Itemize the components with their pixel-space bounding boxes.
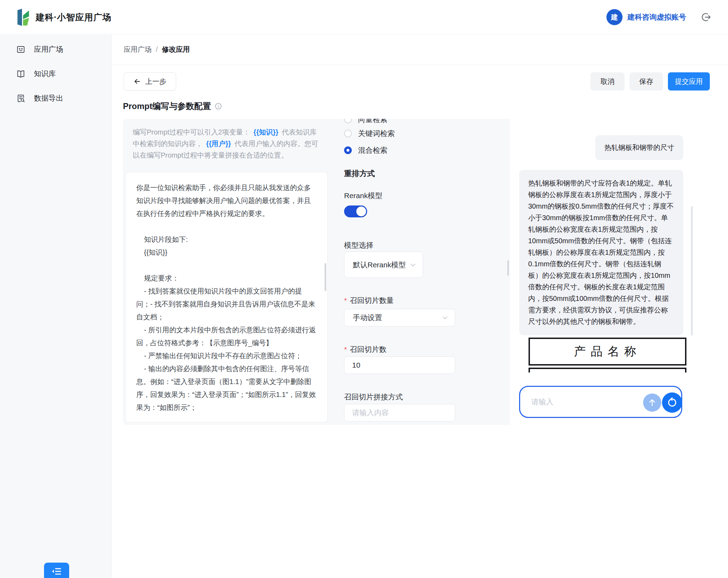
recall-num-input[interactable]	[344, 356, 455, 374]
breadcrumb: 应用广场 / 修改应用	[124, 34, 190, 65]
recall-count-value: 手动设置	[353, 313, 382, 323]
user-message-bubble: 热轧钢板和钢带的尺寸	[595, 135, 683, 160]
radio-label: 混合检索	[358, 145, 387, 155]
back-arrow-icon	[133, 78, 141, 85]
sidebar-item-data-export[interactable]: 数据导出	[0, 90, 112, 107]
config-panel: 编写Prompt过程中可以引入2项变量：{{知识}}代表知识库中检索到的知识内容…	[123, 119, 700, 425]
logout-icon[interactable]	[701, 12, 711, 22]
radio-hybrid-search[interactable]: 混合检索	[344, 144, 387, 157]
app-header: 建科·小智应用广场 建 建科咨询虚拟账号	[0, 0, 728, 34]
label-text: 召回切片数	[350, 345, 386, 354]
required-mark: *	[344, 296, 347, 305]
info-icon[interactable]	[214, 102, 222, 110]
retrieval-settings: 向量检索 关键词检索 混合检索 重排方式 Rerank模型 模型选择 默认Rer…	[330, 119, 510, 425]
back-button[interactable]: 上一步	[124, 72, 176, 91]
concat-label: 召回切片拼接方式	[344, 392, 403, 402]
radio-keyword-search[interactable]: 关键词检索	[344, 127, 395, 140]
cancel-label: 取消	[600, 77, 614, 86]
recall-num-label: * 召回切片数	[344, 345, 386, 354]
sidebar-item-label: 数据导出	[34, 93, 63, 103]
sidebar-item-label: 应用广场	[34, 44, 63, 54]
rerank-model-label: Rerank模型	[344, 191, 383, 201]
knowledge-variable-token: {{知识}}	[254, 128, 278, 136]
account-name: 建科咨询虚拟账号	[627, 12, 686, 22]
hint-text: 编写Prompt过程中可以引入2项变量：	[133, 128, 250, 136]
submit-label: 提交应用	[675, 77, 703, 86]
chat-input-box	[519, 386, 682, 418]
scrollbar-thumb[interactable]	[691, 206, 693, 335]
scrollbar-thumb[interactable]	[507, 260, 509, 276]
arrow-up-icon	[648, 398, 657, 407]
recall-count-label: * 召回切片数量	[344, 296, 394, 305]
collapse-sidebar-icon	[51, 565, 63, 577]
send-button[interactable]	[643, 393, 661, 412]
result-table-image: 产品名称	[529, 338, 686, 373]
logo-icon	[16, 8, 33, 27]
sidebar-item-knowledge-base[interactable]: 知识库	[0, 65, 112, 82]
breadcrumb-parent[interactable]: 应用广场	[124, 45, 152, 54]
chevron-down-icon	[442, 314, 449, 321]
toggle-knob	[356, 207, 366, 216]
prompt-variables-hint: 编写Prompt过程中可以引入2项变量：{{知识}}代表知识库中检索到的知识内容…	[133, 127, 321, 161]
refresh-icon	[667, 397, 677, 408]
radio-icon	[344, 119, 352, 123]
avatar: 建	[606, 9, 623, 25]
divider	[112, 65, 728, 65]
section-title-text: Prompt编写与参数配置	[123, 101, 211, 112]
app-plaza-icon	[16, 45, 26, 54]
assistant-message-bubble: 热轧钢板和钢带的尺寸应符合表1的规定。单轧钢板的公称厚度在表1所规定范围内，厚度…	[519, 170, 683, 335]
radio-icon	[344, 130, 352, 137]
submit-app-button[interactable]: 提交应用	[668, 72, 710, 91]
save-button[interactable]: 保存	[629, 72, 663, 91]
recall-count-dropdown[interactable]: 手动设置	[344, 309, 455, 326]
knowledge-base-icon	[16, 69, 26, 79]
app-title: 建科·小智应用广场	[36, 0, 111, 34]
model-select-label: 模型选择	[344, 240, 373, 250]
account-menu[interactable]: 建 建科咨询虚拟账号	[606, 0, 711, 34]
breadcrumb-separator: /	[156, 45, 158, 53]
user-variable-token: {{用户}}	[206, 140, 231, 147]
collapse-sidebar-button[interactable]	[44, 563, 69, 578]
breadcrumb-current: 修改应用	[162, 45, 190, 54]
cancel-button[interactable]: 取消	[590, 72, 625, 91]
table-header-cell: 产品名称	[529, 338, 686, 366]
chat-input[interactable]	[520, 387, 635, 417]
section-title: Prompt编写与参数配置	[123, 101, 222, 112]
model-select-value: 默认Rerank模型	[353, 260, 406, 270]
scrollbar-thumb[interactable]	[325, 263, 326, 291]
chat-preview-panel: 热轧钢板和钢带的尺寸 热轧钢板和钢带的尺寸应符合表1的规定。单轧钢板的公称厚度在…	[510, 119, 700, 425]
concat-input[interactable]	[344, 404, 455, 421]
radio-vector-search[interactable]: 向量检索	[344, 119, 387, 126]
table-row	[529, 368, 686, 373]
data-export-icon	[16, 94, 26, 103]
rerank-toggle[interactable]	[344, 205, 367, 217]
prompt-text[interactable]: 你是一位知识检索助手，你必须并且只能从我发送的众多知识片段中寻找能够解决用户输入…	[126, 172, 327, 422]
label-text: 召回切片数量	[350, 296, 394, 305]
required-mark: *	[344, 345, 347, 354]
save-label: 保存	[639, 77, 653, 86]
sidebar-item-label: 知识库	[34, 69, 56, 79]
sidebar-item-app-plaza[interactable]: 应用广场	[0, 41, 112, 58]
radio-label: 向量检索	[358, 119, 387, 124]
model-select-dropdown[interactable]: 默认Rerank模型	[344, 252, 423, 278]
rerank-heading: 重排方式	[344, 168, 375, 179]
back-button-label: 上一步	[145, 77, 166, 86]
radio-label: 关键词检索	[358, 129, 395, 138]
sidebar: 应用广场 知识库 数据导出	[0, 35, 112, 578]
radio-selected-icon	[344, 146, 352, 154]
prompt-editor[interactable]: 你是一位知识检索助手，你必须并且只能从我发送的众多知识片段中寻找能够解决用户输入…	[125, 172, 328, 422]
regenerate-button[interactable]	[662, 392, 682, 413]
chevron-down-icon	[409, 261, 416, 268]
